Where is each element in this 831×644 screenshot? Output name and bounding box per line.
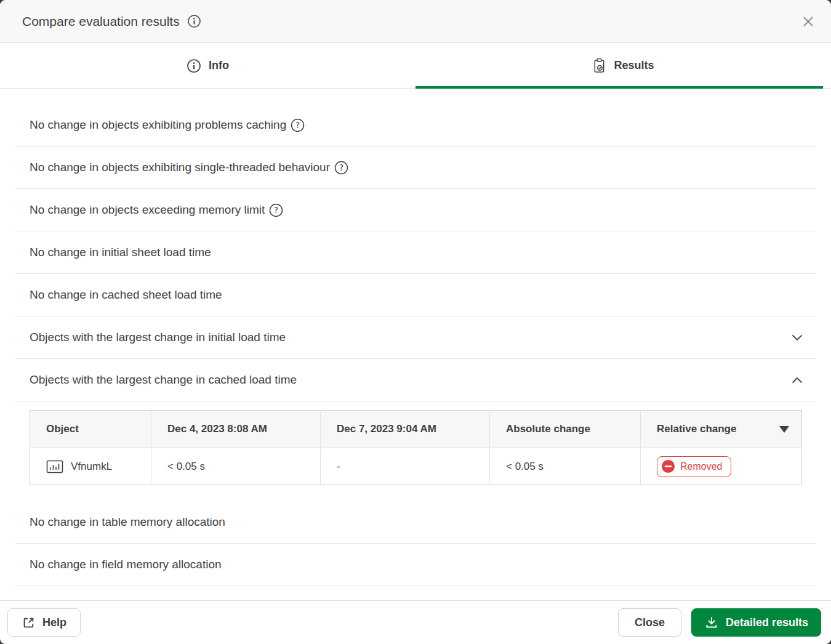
table-row: VfnumkL < 0.05 s - < 0.05 s [30, 448, 802, 485]
table-header-row: Object Dec 4, 2023 8:08 AM Dec 7, 2023 9… [30, 411, 802, 448]
result-row-label: No change in objects exceeding memory li… [30, 203, 265, 217]
close-button-label: Close [635, 616, 665, 629]
column-header-compared-date[interactable]: Dec 7, 2023 9:04 AM [321, 411, 490, 448]
tab-bar: Info Results [0, 43, 831, 89]
compare-evaluation-modal: Compare evaluation results [0, 0, 831, 644]
help-button-label: Help [42, 616, 66, 629]
question-circle-icon[interactable]: ? [269, 203, 283, 217]
column-header-label: Relative change [657, 423, 736, 435]
result-row-single-threaded: No change in objects exhibiting single-t… [15, 147, 816, 189]
status-badge-label: Removed [680, 461, 722, 472]
tab-results[interactable]: Results [416, 43, 831, 88]
detailed-results-button[interactable]: Detailed results [691, 608, 821, 637]
object-name: VfnumkL [71, 461, 112, 473]
svg-text:?: ? [274, 205, 278, 215]
accordion-initial-load-time[interactable]: Objects with the largest change in initi… [15, 316, 816, 359]
result-row-problems-caching: No change in objects exhibiting problems… [15, 104, 816, 147]
modal-footer: Help Close Detailed results [0, 600, 831, 644]
page-title: Compare evaluation results [22, 14, 180, 29]
result-row-label: No change in initial sheet load time [30, 246, 211, 259]
absolute-change-cell: < 0.05 s [490, 448, 641, 485]
result-row-initial-sheet-load: No change in initial sheet load time [15, 231, 816, 274]
tab-info[interactable]: Info [0, 43, 416, 88]
detailed-results-label: Detailed results [726, 616, 808, 629]
column-header-absolute-change[interactable]: Absolute change [490, 411, 641, 448]
result-row-cached-sheet-load: No change in cached sheet load time [15, 274, 816, 316]
info-icon[interactable] [187, 14, 201, 28]
sort-descending-caret[interactable] [779, 426, 789, 433]
result-row-label: No change in table memory allocation [30, 515, 225, 529]
accordion-cached-load-time[interactable]: Objects with the largest change in cache… [15, 359, 816, 401]
result-row-label: No change in objects exhibiting problems… [30, 118, 286, 132]
bar-chart-icon [46, 459, 63, 474]
info-icon [187, 58, 201, 73]
close-button[interactable]: Close [618, 608, 681, 637]
column-header-object[interactable]: Object [30, 411, 151, 448]
result-row-label: No change in objects exhibiting single-t… [30, 161, 330, 174]
help-button[interactable]: Help [7, 608, 81, 637]
svg-text:?: ? [339, 163, 343, 172]
chevron-down-icon [792, 334, 803, 341]
question-circle-icon[interactable]: ? [291, 118, 305, 132]
status-badge-removed: Removed [657, 456, 731, 477]
tab-results-label: Results [614, 59, 654, 72]
chevron-up-icon [792, 377, 803, 384]
results-panel: No change in objects exhibiting problems… [0, 89, 831, 586]
column-header-baseline-date[interactable]: Dec 4, 2023 8:08 AM [151, 411, 321, 448]
result-row-field-memory: No change in field memory allocation [15, 544, 816, 586]
modal-header: Compare evaluation results [0, 0, 831, 43]
cached-load-time-table: Object Dec 4, 2023 8:08 AM Dec 7, 2023 9… [30, 410, 816, 485]
curr-value-cell: - [321, 448, 490, 485]
result-row-label: No change in cached sheet load time [30, 288, 222, 302]
accordion-label: Objects with the largest change in cache… [30, 373, 297, 387]
question-circle-icon[interactable]: ? [334, 161, 348, 175]
result-row-memory-limit: No change in objects exceeding memory li… [15, 189, 816, 231]
external-link-icon [22, 616, 36, 630]
accordion-label: Objects with the largest change in initi… [30, 331, 286, 344]
clipboard-check-icon [592, 58, 606, 73]
minus-circle-icon [662, 460, 675, 473]
prev-value-cell: < 0.05 s [151, 448, 321, 485]
relative-change-cell: Removed [641, 448, 802, 485]
result-row-table-memory: No change in table memory allocation [15, 501, 816, 544]
result-row-label: No change in field memory allocation [30, 558, 222, 571]
object-cell: VfnumkL [30, 448, 151, 485]
download-icon [704, 615, 719, 630]
tab-info-label: Info [209, 59, 229, 72]
column-header-relative-change[interactable]: Relative change [641, 411, 802, 448]
svg-text:?: ? [295, 120, 300, 130]
close-icon[interactable] [799, 12, 817, 31]
